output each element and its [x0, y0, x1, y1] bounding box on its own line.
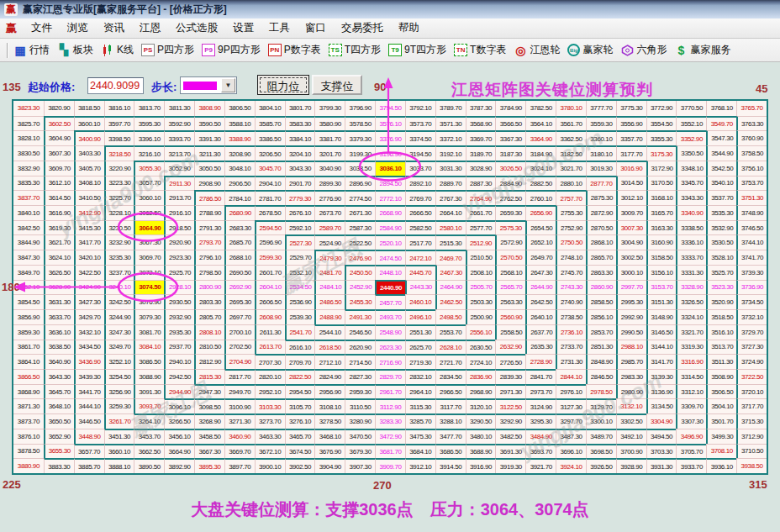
- toolbar-button-赢家服务[interactable]: $赢家服务: [674, 43, 730, 57]
- grid-cell: 3914.50: [435, 458, 466, 473]
- toolbar-button-T数字表[interactable]: TNT数字表: [454, 43, 506, 57]
- grid-cell: 3350.50: [676, 145, 706, 161]
- grid-cell: 3446.50: [74, 413, 104, 429]
- grid-cell: 3400.90: [74, 130, 104, 145]
- grid-cell: 3871.30: [13, 398, 44, 413]
- grid-cell: 3158.50: [646, 250, 677, 265]
- menu-item-5[interactable]: 公式选股: [168, 18, 225, 38]
- grid-cell: 3844.90: [13, 234, 44, 250]
- kline-icon: [101, 44, 114, 56]
- toolbar-button-行情[interactable]: ▦行情: [13, 43, 50, 57]
- grid-cell: 2745.70: [556, 265, 586, 280]
- grid-cell: 3031.30: [435, 161, 466, 176]
- winner-wheel-icon: Big: [567, 44, 580, 56]
- grid-cell: 3513.70: [706, 340, 736, 355]
- grid-cell: 3410.50: [74, 190, 104, 205]
- grid-cell: 2443.30: [405, 280, 435, 295]
- grid-cell: 2652.10: [525, 234, 556, 250]
- grid-cell: 2904.10: [255, 176, 285, 191]
- menu-item-2[interactable]: 浏览: [60, 18, 96, 38]
- grid-cell: 2901.70: [285, 176, 315, 191]
- grid-cell: 2697.70: [224, 309, 255, 324]
- grid-cell: 3734.50: [736, 294, 767, 309]
- grid-cell: 2887.30: [466, 176, 496, 191]
- grid-cell: 2606.50: [255, 294, 285, 309]
- grid-cell: 2719.30: [405, 354, 435, 369]
- gann-wheel-icon: ◎: [514, 44, 527, 56]
- menu-item-6[interactable]: 设置: [225, 18, 261, 38]
- grid-cell: 2942.50: [164, 369, 194, 384]
- grid-cell: 3379.30: [345, 130, 375, 145]
- menu-item-9[interactable]: 交易委托: [334, 18, 391, 38]
- grid-cell: 3156.10: [646, 265, 677, 280]
- grid-cell: 2812.90: [194, 354, 224, 369]
- grid-cell: 3052.90: [164, 161, 194, 176]
- grid-cell: 3268.90: [194, 413, 224, 429]
- grid-cell: 3532.90: [706, 220, 736, 235]
- menu-item-7[interactable]: 工具: [261, 18, 298, 38]
- grid-cell: 3420.10: [74, 250, 104, 265]
- grid-cell: 3504.10: [706, 398, 736, 413]
- grid-cell: 3789.70: [435, 101, 466, 116]
- grid-cell: 2702.50: [224, 340, 255, 355]
- menu-item-3[interactable]: 资讯: [96, 18, 132, 38]
- toolbar-button-K线[interactable]: K线: [101, 43, 134, 57]
- grid-cell: 3088.90: [134, 369, 164, 384]
- grid-cell: 2469.70: [435, 250, 466, 265]
- grid-cell: 2992.90: [616, 309, 646, 324]
- grid-cell: 2738.50: [556, 309, 586, 324]
- toolbar-button-六角形[interactable]: 六角形: [620, 43, 667, 57]
- grid-cell: 2515.30: [435, 234, 466, 250]
- toolbar-button-板块[interactable]: ▚板块: [57, 43, 93, 57]
- grid-cell: 3904.90: [314, 458, 345, 473]
- grid-cell: 3787.30: [466, 101, 496, 116]
- menu-item-10[interactable]: 帮助: [391, 18, 427, 38]
- grid-cell: 2534.50: [285, 280, 315, 295]
- grid-cell: 2630.50: [466, 340, 496, 355]
- grid-cell: 2805.70: [194, 309, 224, 324]
- grid-cell: 2928.10: [164, 280, 194, 295]
- grid-cell: 2503.30: [466, 294, 496, 309]
- grid-cell: 2582.50: [405, 220, 435, 235]
- grid-cell: 3393.70: [164, 130, 194, 145]
- toolbar-button-P数字表[interactable]: PNP数字表: [268, 43, 321, 57]
- grid-cell: 2450.50: [345, 265, 375, 280]
- toolbar-button-9T四方形[interactable]: T99T四方形: [388, 43, 446, 57]
- grid-cell: 2604.10: [255, 280, 285, 295]
- page-title: 江恩矩阵图关键位测算预判: [451, 79, 653, 101]
- menu-item-4[interactable]: 江恩: [132, 18, 168, 38]
- start-price-input[interactable]: [87, 77, 144, 94]
- step-dropdown[interactable]: ▼: [180, 76, 237, 94]
- toolbar-button-P四方形[interactable]: PSP四方形: [141, 43, 194, 57]
- grid-cell: 3103.30: [255, 398, 285, 413]
- grid-cell: 3835.30: [13, 176, 44, 191]
- toolbar-button-9P四方形[interactable]: P99P四方形: [202, 43, 261, 57]
- grid-cell: 3604.90: [44, 130, 74, 145]
- grid-cell: 2736.10: [556, 324, 586, 340]
- grid-cell: 3667.30: [194, 444, 224, 459]
- grid-cell: 2532.10: [285, 265, 315, 280]
- toolbar-button-赢家轮[interactable]: Big赢家轮: [567, 43, 613, 57]
- menu-item-8[interactable]: 窗口: [298, 18, 334, 38]
- grid-cell: 3830.50: [13, 145, 44, 161]
- menu-item-1[interactable]: 文件: [24, 18, 60, 38]
- toolbar-button-江恩轮[interactable]: ◎江恩轮: [514, 43, 560, 57]
- grid-cell: 2568.10: [495, 265, 525, 280]
- grid-cell: 3892.90: [164, 458, 194, 473]
- grid-cell: 2484.10: [314, 280, 345, 295]
- grid-cell: 3189.70: [466, 145, 496, 161]
- grid-cell: 3496.90: [676, 429, 706, 444]
- support-button[interactable]: 支撑位: [312, 75, 362, 95]
- grid-cell: 2858.50: [586, 294, 616, 309]
- grid-cell: 3012.10: [616, 190, 646, 205]
- grid-cell: 3660.10: [104, 444, 134, 459]
- grid-cell: 3021.70: [556, 161, 586, 176]
- grid-cell: 3326.50: [676, 294, 706, 309]
- grid-cell: 2808.10: [194, 324, 224, 340]
- grid-cell: 2623.30: [375, 340, 405, 355]
- grid-cell: 2827.30: [345, 369, 375, 384]
- toolbar-button-T四方形[interactable]: TST四方形: [329, 43, 381, 57]
- chevron-down-icon[interactable]: ▼: [221, 78, 235, 92]
- grid-cell: 2983.30: [616, 369, 646, 384]
- resistance-button[interactable]: 阻力位: [257, 75, 309, 95]
